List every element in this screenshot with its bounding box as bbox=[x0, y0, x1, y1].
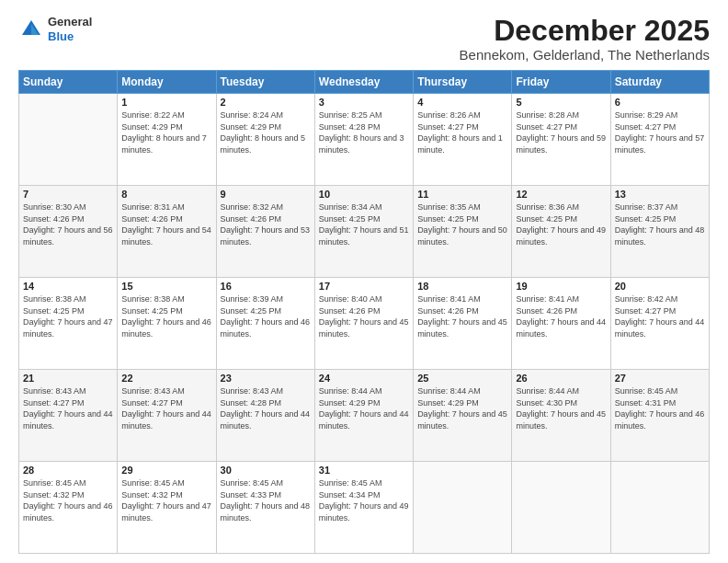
day-info-26: Sunrise: 8:44 AMSunset: 4:30 PMDaylight:… bbox=[516, 385, 606, 431]
week-row-0: 1Sunrise: 8:22 AMSunset: 4:29 PMDaylight… bbox=[19, 94, 710, 186]
week-row-2: 14Sunrise: 8:38 AMSunset: 4:25 PMDayligh… bbox=[19, 278, 710, 370]
calendar-cell-1-3: 10Sunrise: 8:34 AMSunset: 4:25 PMDayligh… bbox=[314, 186, 413, 278]
day-number-3: 3 bbox=[319, 97, 409, 108]
day-info-14: Sunrise: 8:38 AMSunset: 4:25 PMDaylight:… bbox=[23, 293, 113, 339]
day-info-27: Sunrise: 8:45 AMSunset: 4:31 PMDaylight:… bbox=[615, 385, 705, 431]
calendar-cell-0-6: 6Sunrise: 8:29 AMSunset: 4:27 PMDaylight… bbox=[610, 94, 709, 186]
calendar-cell-4-3: 31Sunrise: 8:45 AMSunset: 4:34 PMDayligh… bbox=[314, 462, 413, 554]
day-number-15: 15 bbox=[121, 281, 211, 292]
month-title: December 2025 bbox=[460, 15, 710, 47]
day-number-25: 25 bbox=[417, 373, 507, 384]
day-number-20: 20 bbox=[615, 281, 705, 292]
day-info-7: Sunrise: 8:30 AMSunset: 4:26 PMDaylight:… bbox=[23, 201, 113, 247]
calendar-cell-2-5: 19Sunrise: 8:41 AMSunset: 4:26 PMDayligh… bbox=[512, 278, 610, 370]
logo-general-text: General bbox=[48, 15, 92, 29]
day-info-8: Sunrise: 8:31 AMSunset: 4:26 PMDaylight:… bbox=[121, 201, 211, 247]
day-info-13: Sunrise: 8:37 AMSunset: 4:25 PMDaylight:… bbox=[615, 201, 705, 247]
day-info-15: Sunrise: 8:38 AMSunset: 4:25 PMDaylight:… bbox=[121, 293, 211, 339]
calendar-cell-4-2: 30Sunrise: 8:45 AMSunset: 4:33 PMDayligh… bbox=[216, 462, 314, 554]
calendar-cell-0-1: 1Sunrise: 8:22 AMSunset: 4:29 PMDaylight… bbox=[118, 94, 216, 186]
day-info-21: Sunrise: 8:43 AMSunset: 4:27 PMDaylight:… bbox=[23, 385, 113, 431]
calendar-page: General Blue December 2025 Bennekom, Gel… bbox=[0, 0, 728, 563]
calendar-table: Sunday Monday Tuesday Wednesday Thursday… bbox=[18, 70, 710, 554]
day-info-9: Sunrise: 8:32 AMSunset: 4:26 PMDaylight:… bbox=[221, 201, 311, 247]
day-info-22: Sunrise: 8:43 AMSunset: 4:27 PMDaylight:… bbox=[121, 385, 211, 431]
calendar-cell-1-2: 9Sunrise: 8:32 AMSunset: 4:26 PMDaylight… bbox=[216, 186, 314, 278]
day-info-18: Sunrise: 8:41 AMSunset: 4:26 PMDaylight:… bbox=[417, 293, 507, 339]
day-info-25: Sunrise: 8:44 AMSunset: 4:29 PMDaylight:… bbox=[417, 385, 507, 431]
day-info-31: Sunrise: 8:45 AMSunset: 4:34 PMDaylight:… bbox=[319, 477, 409, 523]
day-number-13: 13 bbox=[615, 189, 705, 200]
calendar-cell-4-1: 29Sunrise: 8:45 AMSunset: 4:32 PMDayligh… bbox=[118, 462, 216, 554]
calendar-cell-3-6: 27Sunrise: 8:45 AMSunset: 4:31 PMDayligh… bbox=[610, 370, 709, 462]
header: General Blue December 2025 Bennekom, Gel… bbox=[18, 15, 710, 63]
day-info-3: Sunrise: 8:25 AMSunset: 4:28 PMDaylight:… bbox=[319, 109, 409, 155]
calendar-cell-0-2: 2Sunrise: 8:24 AMSunset: 4:29 PMDaylight… bbox=[216, 94, 314, 186]
day-number-5: 5 bbox=[516, 97, 606, 108]
day-info-11: Sunrise: 8:35 AMSunset: 4:25 PMDaylight:… bbox=[417, 201, 507, 247]
calendar-cell-1-0: 7Sunrise: 8:30 AMSunset: 4:26 PMDaylight… bbox=[19, 186, 118, 278]
day-number-14: 14 bbox=[23, 281, 113, 292]
week-row-3: 21Sunrise: 8:43 AMSunset: 4:27 PMDayligh… bbox=[19, 370, 710, 462]
calendar-cell-2-6: 20Sunrise: 8:42 AMSunset: 4:27 PMDayligh… bbox=[610, 278, 709, 370]
day-number-31: 31 bbox=[319, 465, 409, 476]
day-info-16: Sunrise: 8:39 AMSunset: 4:25 PMDaylight:… bbox=[221, 293, 311, 339]
location: Bennekom, Gelderland, The Netherlands bbox=[460, 47, 710, 63]
day-info-30: Sunrise: 8:45 AMSunset: 4:33 PMDaylight:… bbox=[221, 477, 311, 523]
day-info-1: Sunrise: 8:22 AMSunset: 4:29 PMDaylight:… bbox=[121, 109, 211, 155]
calendar-cell-0-4: 4Sunrise: 8:26 AMSunset: 4:27 PMDaylight… bbox=[414, 94, 512, 186]
day-number-24: 24 bbox=[319, 373, 409, 384]
calendar-cell-2-0: 14Sunrise: 8:38 AMSunset: 4:25 PMDayligh… bbox=[19, 278, 118, 370]
day-number-30: 30 bbox=[221, 465, 311, 476]
calendar-cell-4-0: 28Sunrise: 8:45 AMSunset: 4:32 PMDayligh… bbox=[19, 462, 118, 554]
day-number-17: 17 bbox=[319, 281, 409, 292]
calendar-cell-1-6: 13Sunrise: 8:37 AMSunset: 4:25 PMDayligh… bbox=[610, 186, 709, 278]
day-info-24: Sunrise: 8:44 AMSunset: 4:29 PMDaylight:… bbox=[319, 385, 409, 431]
day-info-23: Sunrise: 8:43 AMSunset: 4:28 PMDaylight:… bbox=[221, 385, 311, 431]
calendar-cell-3-3: 24Sunrise: 8:44 AMSunset: 4:29 PMDayligh… bbox=[314, 370, 413, 462]
day-info-6: Sunrise: 8:29 AMSunset: 4:27 PMDaylight:… bbox=[615, 109, 705, 155]
logo-icon bbox=[18, 17, 44, 42]
calendar-cell-2-3: 17Sunrise: 8:40 AMSunset: 4:26 PMDayligh… bbox=[314, 278, 413, 370]
day-info-28: Sunrise: 8:45 AMSunset: 4:32 PMDaylight:… bbox=[23, 477, 113, 523]
header-thursday: Thursday bbox=[414, 71, 512, 94]
day-number-10: 10 bbox=[319, 189, 409, 200]
header-saturday: Saturday bbox=[610, 71, 709, 94]
day-info-17: Sunrise: 8:40 AMSunset: 4:26 PMDaylight:… bbox=[319, 293, 409, 339]
calendar-cell-3-1: 22Sunrise: 8:43 AMSunset: 4:27 PMDayligh… bbox=[118, 370, 216, 462]
day-number-23: 23 bbox=[221, 373, 311, 384]
calendar-cell-3-0: 21Sunrise: 8:43 AMSunset: 4:27 PMDayligh… bbox=[19, 370, 118, 462]
day-number-7: 7 bbox=[23, 189, 113, 200]
day-number-11: 11 bbox=[417, 189, 507, 200]
day-number-2: 2 bbox=[221, 97, 311, 108]
calendar-cell-3-4: 25Sunrise: 8:44 AMSunset: 4:29 PMDayligh… bbox=[414, 370, 512, 462]
header-monday: Monday bbox=[118, 71, 216, 94]
day-info-10: Sunrise: 8:34 AMSunset: 4:25 PMDaylight:… bbox=[319, 201, 409, 247]
week-row-1: 7Sunrise: 8:30 AMSunset: 4:26 PMDaylight… bbox=[19, 186, 710, 278]
calendar-cell-2-4: 18Sunrise: 8:41 AMSunset: 4:26 PMDayligh… bbox=[414, 278, 512, 370]
calendar-cell-0-5: 5Sunrise: 8:28 AMSunset: 4:27 PMDaylight… bbox=[512, 94, 610, 186]
day-number-16: 16 bbox=[221, 281, 311, 292]
day-number-19: 19 bbox=[516, 281, 606, 292]
day-info-5: Sunrise: 8:28 AMSunset: 4:27 PMDaylight:… bbox=[516, 109, 606, 155]
day-number-1: 1 bbox=[121, 97, 211, 108]
day-number-29: 29 bbox=[121, 465, 211, 476]
logo-blue-text: Blue bbox=[48, 29, 74, 43]
calendar-cell-1-4: 11Sunrise: 8:35 AMSunset: 4:25 PMDayligh… bbox=[414, 186, 512, 278]
calendar-cell-0-3: 3Sunrise: 8:25 AMSunset: 4:28 PMDaylight… bbox=[314, 94, 413, 186]
logo: General Blue bbox=[18, 15, 92, 43]
calendar-cell-3-5: 26Sunrise: 8:44 AMSunset: 4:30 PMDayligh… bbox=[512, 370, 610, 462]
day-number-8: 8 bbox=[121, 189, 211, 200]
day-number-27: 27 bbox=[615, 373, 705, 384]
day-number-18: 18 bbox=[417, 281, 507, 292]
day-number-6: 6 bbox=[615, 97, 705, 108]
calendar-cell-4-5 bbox=[512, 462, 610, 554]
calendar-cell-2-1: 15Sunrise: 8:38 AMSunset: 4:25 PMDayligh… bbox=[118, 278, 216, 370]
day-number-21: 21 bbox=[23, 373, 113, 384]
title-section: December 2025 Bennekom, Gelderland, The … bbox=[460, 15, 710, 63]
day-number-4: 4 bbox=[417, 97, 507, 108]
day-number-22: 22 bbox=[121, 373, 211, 384]
day-info-4: Sunrise: 8:26 AMSunset: 4:27 PMDaylight:… bbox=[417, 109, 507, 155]
day-info-12: Sunrise: 8:36 AMSunset: 4:25 PMDaylight:… bbox=[516, 201, 606, 247]
header-sunday: Sunday bbox=[19, 71, 118, 94]
